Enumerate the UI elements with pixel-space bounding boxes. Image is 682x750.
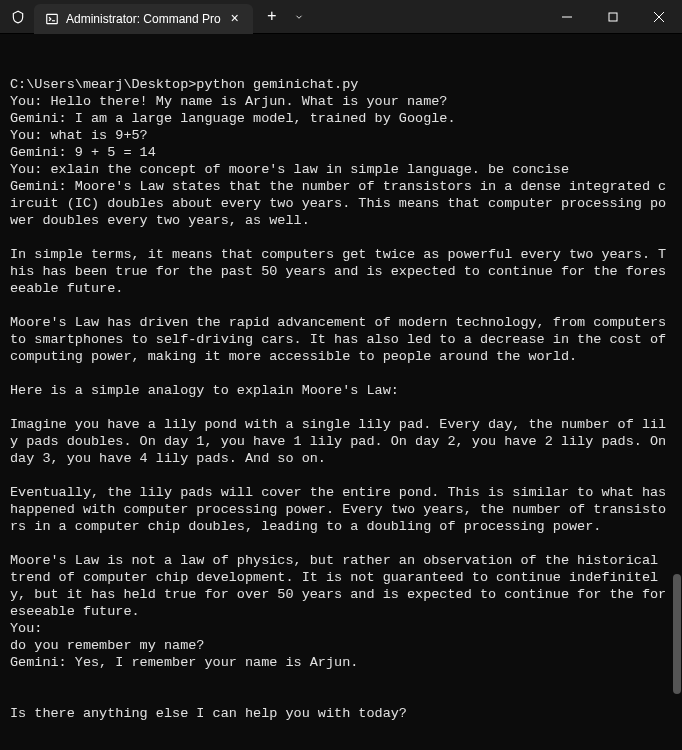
terminal-line: Moore's Law is not a law of physics, but… xyxy=(10,552,672,620)
svg-rect-2 xyxy=(609,13,617,21)
title-left: Administrator: Command Pro × + xyxy=(0,0,544,34)
terminal-line xyxy=(10,229,672,246)
terminal-line: Eventually, the lily pads will cover the… xyxy=(10,484,672,535)
close-button[interactable] xyxy=(636,0,682,34)
terminal-line xyxy=(10,399,672,416)
scrollbar[interactable] xyxy=(670,34,682,750)
terminal-line: In simple terms, it means that computers… xyxy=(10,246,672,297)
terminal-line: C:\Users\mearj\Desktop>python geminichat… xyxy=(10,76,672,93)
terminal-line: You: Hello there! My name is Arjun. What… xyxy=(10,93,672,110)
terminal-line: You: xyxy=(10,620,672,637)
terminal-line: Gemini: 9 + 5 = 14 xyxy=(10,144,672,161)
terminal-line: do you remember my name? xyxy=(10,637,672,654)
terminal-line: Gemini: Yes, I remember your name is Arj… xyxy=(10,654,672,671)
tab-close-button[interactable]: × xyxy=(227,11,243,27)
svg-rect-0 xyxy=(47,14,58,23)
terminal-line xyxy=(10,365,672,382)
terminal-line: Gemini: I am a large language model, tra… xyxy=(10,110,672,127)
terminal-line xyxy=(10,671,672,688)
title-bar: Administrator: Command Pro × + xyxy=(0,0,682,34)
new-tab-button[interactable]: + xyxy=(257,2,287,32)
tab-dropdown-button[interactable] xyxy=(287,2,311,32)
terminal-line: You: what is 9+5? xyxy=(10,127,672,144)
terminal-line xyxy=(10,535,672,552)
terminal-line xyxy=(10,688,672,705)
terminal-line xyxy=(10,297,672,314)
tab-title: Administrator: Command Pro xyxy=(66,12,221,26)
terminal-line: You: exlain the concept of moore's law i… xyxy=(10,161,672,178)
terminal-line: Imagine you have a lily pond with a sing… xyxy=(10,416,672,467)
terminal-icon xyxy=(44,11,60,27)
terminal-line: Here is a simple analogy to explain Moor… xyxy=(10,382,672,399)
shield-icon xyxy=(8,7,28,27)
terminal-output: C:\Users\mearj\Desktop>python geminichat… xyxy=(10,76,672,722)
scrollbar-thumb[interactable] xyxy=(673,574,681,694)
terminal-line: Is there anything else I can help you wi… xyxy=(10,705,672,722)
minimize-button[interactable] xyxy=(544,0,590,34)
window-controls xyxy=(544,0,682,34)
terminal-line: Gemini: Moore's Law states that the numb… xyxy=(10,178,672,229)
terminal-line: Moore's Law has driven the rapid advance… xyxy=(10,314,672,365)
terminal-content[interactable]: C:\Users\mearj\Desktop>python geminichat… xyxy=(0,34,682,750)
terminal-line xyxy=(10,467,672,484)
maximize-button[interactable] xyxy=(590,0,636,34)
tab-command-prompt[interactable]: Administrator: Command Pro × xyxy=(34,4,253,34)
